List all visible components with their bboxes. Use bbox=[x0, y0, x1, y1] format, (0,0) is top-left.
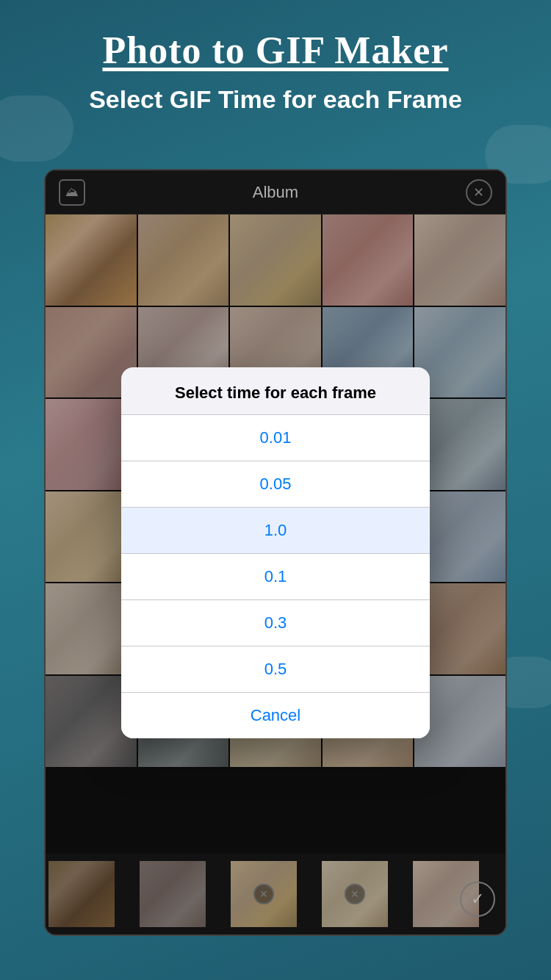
header: Photo to GIF Maker Select GIF Time for e… bbox=[0, 0, 551, 115]
option-0.3[interactable]: 0.3 bbox=[121, 600, 430, 646]
option-0.5[interactable]: 0.5 bbox=[121, 646, 430, 693]
time-select-dialog: Select time for each frame 0.01 0.05 1.0… bbox=[121, 367, 430, 738]
dialog-overlay: Select time for each frame 0.01 0.05 1.0… bbox=[46, 170, 505, 934]
cancel-button[interactable]: Cancel bbox=[121, 693, 430, 738]
app-title: Photo to GIF Maker bbox=[0, 29, 551, 71]
dialog-title: Select time for each frame bbox=[121, 367, 430, 415]
subtitle: Select GIF Time for each Frame bbox=[0, 84, 551, 115]
option-0.1[interactable]: 0.1 bbox=[121, 554, 430, 600]
option-0.01[interactable]: 0.01 bbox=[121, 415, 430, 461]
option-1.0[interactable]: 1.0 bbox=[121, 508, 430, 554]
option-0.05[interactable]: 0.05 bbox=[121, 461, 430, 508]
phone-frame: ⛰ Album ✕ bbox=[44, 169, 507, 936]
